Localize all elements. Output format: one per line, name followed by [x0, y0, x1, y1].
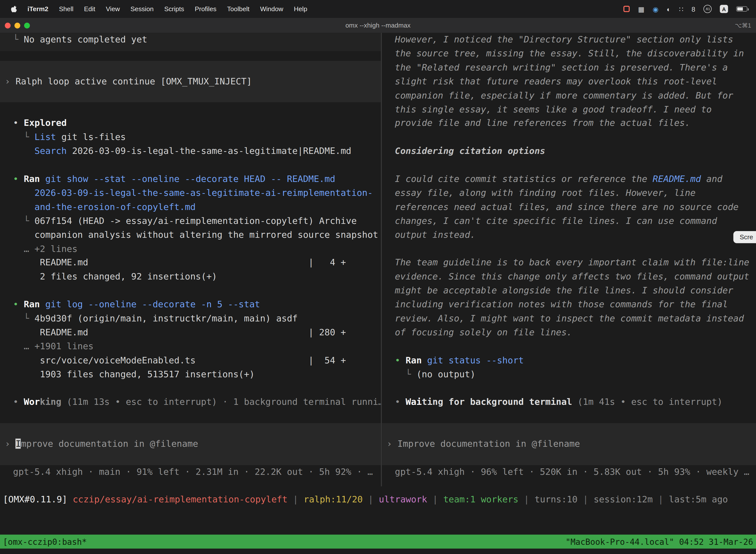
- menu-item-iterm2[interactable]: iTerm2: [22, 5, 54, 12]
- grid-icon[interactable]: ▦: [638, 5, 644, 13]
- prompt-input[interactable]: › Improve documentation in @filename: [5, 437, 198, 451]
- text-segment: •: [13, 299, 23, 309]
- menu-item-session[interactable]: Session: [125, 5, 159, 12]
- text-segment: Ralph loop active continue [OMX_TMUX_INJ…: [16, 76, 252, 87]
- menu-item-view[interactable]: View: [101, 5, 125, 12]
- text-segment: •: [395, 355, 405, 365]
- app-icon-eight[interactable]: 8: [692, 5, 695, 13]
- close-button[interactable]: [5, 22, 10, 28]
- window-title: omx --xhigh --madmax: [0, 21, 756, 29]
- text-segment: However, I noticed the "Directory Struct…: [395, 34, 733, 44]
- terminal-line: of focusing solely on file lines.: [395, 326, 572, 340]
- text-segment: companion analysis without altering the …: [13, 229, 378, 239]
- text-segment: the "Related research writing" section i…: [395, 62, 728, 72]
- text-segment: of focusing solely on file lines.: [395, 327, 572, 337]
- terminal-line: 2 files changed, 92 insertions(+): [13, 270, 217, 284]
- text-segment: last:5m ago: [669, 494, 728, 504]
- text-segment: references need actual files, and since …: [395, 202, 739, 212]
- menu-item-shell[interactable]: Shell: [54, 5, 79, 12]
- input-source-icon[interactable]: A: [720, 5, 728, 13]
- text-segment: essay file, along with finding root file…: [395, 188, 695, 198]
- text-segment: |: [363, 494, 379, 504]
- text-segment: [13, 202, 35, 212]
- ran-command-line: • Ran git status --short: [395, 353, 524, 367]
- menu-item-help[interactable]: Help: [289, 5, 313, 12]
- text-segment: •: [13, 174, 23, 184]
- terminal-line: └ 4b9d30f (origin/main, instructkr/main,…: [13, 312, 298, 326]
- battery-icon[interactable]: [736, 6, 747, 11]
- left-terminal-pane[interactable]: └ No agents completed yet› Ralph loop ac…: [0, 33, 381, 480]
- text-segment: README.md: [652, 174, 701, 184]
- text-segment: this single essay, it seems like a good …: [395, 104, 712, 114]
- terminal-line: 2026-03-09-is-legal-the-same-as-legitima…: [13, 186, 373, 200]
- text-segment: └: [13, 313, 35, 323]
- dots-grid-icon[interactable]: ∷: [679, 5, 683, 13]
- text-segment: (11m 13s • esc to interrupt) · 1 backgro…: [61, 397, 381, 407]
- app-icon-blue[interactable]: ◉: [652, 5, 658, 13]
- text-segment: 067f154 (HEAD -> essay/ai-reimplementati…: [35, 215, 357, 226]
- agents-status-line: └ No agents completed yet: [13, 33, 147, 47]
- text-segment: Search: [35, 146, 67, 156]
- terminal-line: └ 067f154 (HEAD -> essay/ai-reimplementa…: [13, 214, 357, 228]
- menu-item-toolbelt[interactable]: Toolbelt: [222, 5, 255, 12]
- text-segment: •: [395, 397, 405, 407]
- right-terminal-pane[interactable]: However, I noticed the "Directory Struct…: [382, 33, 756, 480]
- text-segment: and: [701, 174, 722, 184]
- text-segment: I: [16, 439, 21, 449]
- terminal-line: However, I noticed the "Directory Struct…: [395, 33, 733, 47]
- terminal-line: slight risk that future readers may over…: [395, 75, 717, 89]
- text-segment: session:12m: [593, 494, 652, 504]
- text-segment: gpt-5.4 xhigh · main · 91% left · 2.31M …: [13, 466, 373, 477]
- text-segment: Explored: [24, 118, 67, 128]
- window-shortcut-badge: ⌥⌘1: [735, 21, 756, 29]
- text-segment: I could cite commit statistics or refere…: [395, 174, 652, 184]
- zoom-button[interactable]: [24, 22, 30, 28]
- terminal-line: └ (no output): [395, 367, 476, 381]
- text-segment: turns:10: [534, 494, 577, 504]
- text-segment: (1m 41s • esc to interrupt): [572, 397, 722, 407]
- ran-command-line: • Ran git show --stat --oneline --decora…: [13, 172, 335, 186]
- ralph-inject-line: › Ralph loop active continue [OMX_TMUX_I…: [5, 75, 252, 89]
- text-segment: src/voice/voiceModeEnabled.ts | 54 +: [13, 355, 346, 365]
- terminal-line: … +1901 lines: [13, 340, 93, 353]
- apple-menu[interactable]: [6, 5, 22, 13]
- menu-item-scripts[interactable]: Scripts: [159, 5, 189, 12]
- model-status-line: gpt-5.4 xhigh · 96% left · 520K in · 5.8…: [395, 465, 749, 479]
- menubar-items: iTerm2ShellEditViewSessionScriptsProfile…: [22, 5, 313, 12]
- terminal-line: the "Related research writing" section i…: [395, 61, 728, 75]
- text-segment: 4b9d30f (origin/main, instructkr/main, m…: [35, 313, 298, 323]
- text-segment: gpt-5.4 xhigh · 96% left · 520K in · 5.8…: [395, 466, 749, 477]
- prompt-input[interactable]: › Improve documentation in @filename: [387, 437, 580, 451]
- text-segment: provide file and line references from th…: [395, 118, 690, 128]
- screen-overlay-button[interactable]: Scre: [734, 231, 756, 243]
- terminal-line: changes, I can't cite specific file line…: [395, 214, 717, 228]
- text-segment: might be acceptable alongside the file l…: [395, 285, 733, 295]
- text-segment: git show --stat --oneline --decorate HEA…: [45, 174, 335, 184]
- text-segment: README.md | 280 +: [13, 327, 346, 337]
- terminal-line: output instead.: [395, 228, 476, 242]
- text-segment: review. Also, I might want to inspect th…: [395, 313, 744, 323]
- terminal-line: companion file, especially if more comme…: [395, 89, 733, 103]
- text-segment: git status --short: [427, 355, 524, 365]
- terminal-line: companion analysis without altering the …: [13, 228, 378, 242]
- text-segment: Ran: [405, 355, 422, 365]
- terminal-line: provide file and line references from th…: [395, 116, 690, 130]
- text-segment: The team guideline is to back every impo…: [395, 258, 749, 268]
- text-segment: └: [13, 34, 23, 44]
- menu-item-profiles[interactable]: Profiles: [189, 5, 222, 12]
- text-segment: … +1901 lines: [13, 341, 93, 351]
- working-status-line: • Working (11m 13s • esc to interrupt) ·…: [13, 395, 381, 409]
- window-titlebar: omx --xhigh --madmax ⌥⌘1: [0, 18, 756, 33]
- text-segment: output instead.: [395, 229, 476, 239]
- minimize-button[interactable]: [14, 22, 20, 28]
- menu-item-edit[interactable]: Edit: [79, 5, 101, 12]
- text-segment: └: [13, 215, 35, 226]
- text-segment: mprove documentation in @filename: [21, 439, 198, 449]
- menu-item-window[interactable]: Window: [255, 5, 289, 12]
- text-segment: team:1 workers: [443, 494, 518, 504]
- ran-command-line: • Ran git log --oneline --decorate -n 5 …: [13, 298, 260, 312]
- terminal-line: The team guideline is to back every impo…: [395, 256, 749, 270]
- screen-recording-indicator[interactable]: [624, 6, 630, 12]
- app-icon-round[interactable]: ◐: [667, 5, 671, 13]
- battery-gauge-icon[interactable]: .61: [703, 5, 712, 13]
